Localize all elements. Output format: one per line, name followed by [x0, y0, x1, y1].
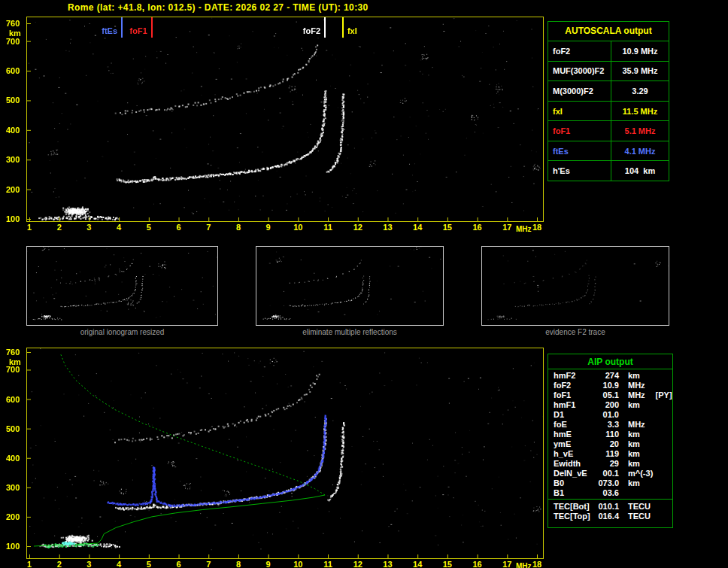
x-axis-tick-label: 11 [320, 560, 335, 568]
aip-row-unit: m^(-3) [619, 469, 653, 478]
aip-row: B103.6 [548, 488, 672, 497]
marker-line-ftEs [121, 17, 123, 38]
aip-row-unit: km [619, 400, 640, 409]
aip-row-extra: [PY] [645, 390, 672, 399]
autoscala-row-value: 104 km [611, 166, 669, 175]
aip-row: B0073.0km [548, 478, 672, 488]
autoscala-table-rows: foF210.9 MHzMUF(3000)F235.9 MHzM(3000)F2… [548, 41, 669, 181]
thumbnail-caption-original: original ionogram resized [26, 328, 218, 336]
x-axis-tick-label: 2 [52, 560, 67, 568]
marker-label-ftEs: ftEs [102, 26, 117, 35]
aip-row-value: 073.0 [592, 478, 619, 488]
aip-row-value: 10.9 [592, 381, 619, 390]
thumbnail-f2-trace-canvas [482, 247, 669, 325]
autoscala-row: MUF(3000)F235.9 MHz [548, 62, 669, 82]
marker-label-fxI: fxI [347, 26, 357, 35]
x-axis-tick-label: 18 [529, 560, 544, 568]
aip-row-value: 00.1 [592, 469, 619, 478]
aip-row: foE3.3MHz [548, 419, 672, 429]
autoscala-row-value: 11.5 MHz [611, 107, 669, 116]
aip-row-value: 3.3 [592, 420, 619, 429]
autoscala-row-label: foF1 [548, 121, 611, 141]
aip-row-label: hmF1 [548, 400, 592, 409]
autoscala-row-label: ftEs [548, 141, 611, 161]
y-axis-tick-label: 100 [6, 214, 20, 223]
aip-row: DelN_vE00.1m^(-3) [548, 468, 672, 478]
aip-tec-separator [548, 499, 672, 500]
aip-row-label: TEC[Top] [548, 512, 592, 521]
marker-label-foF1: foF1 [130, 26, 147, 35]
x-axis-tick-label: 7 [201, 223, 216, 232]
x-axis-tick-label: 3 [81, 223, 96, 232]
aip-row-label: B0 [548, 478, 592, 488]
autoscala-row-value: 10.9 MHz [611, 47, 669, 56]
y-axis-tick-label: 600 [6, 66, 20, 75]
autoscala-row-value: 35.9 MHz [611, 66, 669, 75]
x-axis-tick-label: 5 [141, 223, 156, 232]
scaled-ionogram-plot: ftEsfoF1foF2fxI [26, 17, 544, 222]
autoscala-row-value: 3.29 [611, 87, 669, 96]
x-axis-tick-label: 8 [231, 560, 246, 568]
autoscala-row: ftEs4.1 MHz [548, 141, 669, 162]
x-axis-tick-label: 4 [111, 560, 126, 568]
x-axis-tick-label: 15 [440, 560, 455, 568]
aip-row: ymE20km [548, 439, 672, 448]
y-axis-unit-label: km [9, 357, 21, 366]
page-title: Rome (lat: +41.8, lon: 012.5) - DATE: 20… [68, 2, 369, 13]
aip-row: TEC[Bot]010.1TECU [548, 501, 672, 511]
x-axis-tick-label: 9 [261, 560, 276, 568]
aip-row-value: 016.4 [592, 512, 619, 521]
aip-row-value: 20 [592, 439, 619, 448]
aip-row: TEC[Top]016.4TECU [548, 511, 672, 521]
aip-row: hmF2274km [548, 370, 672, 380]
thumbnail-original-ionogram [26, 246, 218, 326]
thumbnail-caption-reflections: eliminate multiple reflections [256, 328, 444, 336]
x-axis-tick-label: 13 [380, 223, 395, 232]
aip-row-value: 01.0 [592, 410, 619, 419]
y-axis-tick-label: 760 [6, 348, 20, 357]
x-axis-tick-label: 16 [470, 560, 485, 568]
thumbnail-multiple-reflections [256, 246, 444, 326]
aip-row: hmE110km [548, 429, 672, 439]
aip-row-label: hmE [548, 430, 592, 439]
aip-row-value: 110 [592, 430, 619, 439]
thumbnail-original-ionogram-canvas [27, 247, 217, 325]
y-axis-tick-label: 500 [6, 424, 20, 433]
x-axis-tick-label: 16 [470, 223, 485, 232]
autoscala-row-label: h'Es [548, 161, 611, 181]
x-axis-tick-label: 15 [440, 223, 455, 232]
x-axis-tick-label: 6 [171, 560, 187, 568]
aip-row-unit: MHz [619, 381, 645, 390]
autoscala-row-label: fxI [548, 102, 611, 121]
x-axis-tick-label: 18 [529, 223, 544, 232]
autoscala-row: h'Es104 km [548, 161, 669, 181]
x-axis-tick-label: 8 [231, 223, 246, 232]
x-axis-tick-label: 9 [261, 223, 276, 232]
x-axis-tick-label: 1 [22, 560, 37, 568]
aip-row-unit: MHz [619, 390, 645, 399]
autoscala-row: foF15.1 MHz [548, 121, 669, 141]
y-axis-tick-label: 200 [6, 185, 20, 194]
aip-row-label: ymE [548, 439, 592, 448]
aip-row-unit: TECU [619, 502, 651, 511]
y-axis-tick-label: 400 [6, 126, 20, 135]
aip-row-unit: km [619, 478, 640, 488]
autoscala-row-label: MUF(3000)F2 [548, 62, 611, 81]
x-axis-tick-label: 14 [410, 560, 425, 568]
aip-row-value: 05.1 [592, 390, 619, 399]
x-axis-tick-label: 7 [201, 560, 216, 568]
x-axis-tick-label: 1 [22, 223, 37, 232]
aip-row-unit: TECU [619, 512, 651, 521]
aip-row-label: foF1 [548, 390, 592, 399]
x-axis-tick-label: 14 [410, 223, 425, 232]
aip-table-header: AIP output [548, 354, 672, 369]
aip-row: h_vE119km [548, 448, 672, 458]
y-axis-tick-label: 500 [6, 96, 20, 105]
aip-ionogram-canvas [27, 348, 543, 558]
aip-row-value: 274 [592, 371, 619, 380]
aip-row-label: D1 [548, 410, 592, 419]
thumbnail-multiple-reflections-canvas [256, 247, 443, 325]
aip-row-label: DelN_vE [548, 469, 592, 478]
y-axis-tick-label: 300 [6, 483, 20, 492]
x-axis-tick-label: 10 [290, 223, 305, 232]
